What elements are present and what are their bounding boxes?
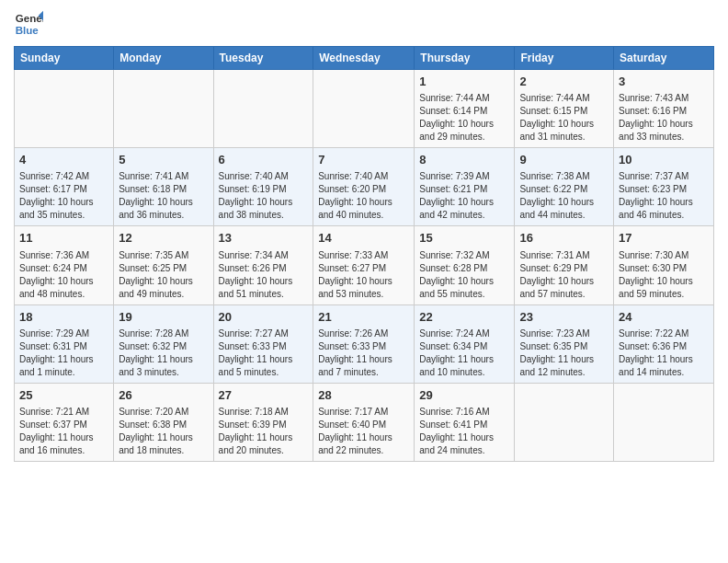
- day-info: Sunrise: 7:30 AM Sunset: 6:30 PM Dayligh…: [619, 249, 709, 301]
- day-number: 25: [19, 387, 108, 404]
- day-info: Sunrise: 7:32 AM Sunset: 6:28 PM Dayligh…: [419, 249, 509, 301]
- day-number: 20: [219, 309, 309, 326]
- day-number: 13: [219, 230, 309, 247]
- day-info: Sunrise: 7:43 AM Sunset: 6:16 PM Dayligh…: [619, 92, 709, 144]
- calendar-cell: 1Sunrise: 7:44 AM Sunset: 6:14 PM Daylig…: [415, 70, 515, 148]
- calendar-cell: 29Sunrise: 7:16 AM Sunset: 6:41 PM Dayli…: [415, 383, 515, 461]
- calendar-cell: 4Sunrise: 7:42 AM Sunset: 6:17 PM Daylig…: [15, 148, 114, 226]
- calendar-cell: 2Sunrise: 7:44 AM Sunset: 6:15 PM Daylig…: [515, 70, 614, 148]
- day-number: 22: [419, 309, 509, 326]
- calendar-week-row: 25Sunrise: 7:21 AM Sunset: 6:37 PM Dayli…: [15, 383, 714, 461]
- calendar-cell: 9Sunrise: 7:38 AM Sunset: 6:22 PM Daylig…: [515, 148, 614, 226]
- calendar-week-row: 18Sunrise: 7:29 AM Sunset: 6:31 PM Dayli…: [15, 304, 714, 383]
- calendar-cell: 7Sunrise: 7:40 AM Sunset: 6:20 PM Daylig…: [313, 148, 415, 226]
- day-number: 9: [519, 152, 609, 168]
- day-info: Sunrise: 7:39 AM Sunset: 6:21 PM Dayligh…: [419, 170, 509, 222]
- calendar-cell: 11Sunrise: 7:36 AM Sunset: 6:24 PM Dayli…: [15, 226, 114, 304]
- calendar-cell: [515, 383, 614, 461]
- day-of-week-header: Sunday: [15, 47, 114, 70]
- calendar-cell: [313, 70, 415, 148]
- day-info: Sunrise: 7:17 AM Sunset: 6:40 PM Dayligh…: [318, 406, 409, 457]
- day-number: 28: [318, 387, 409, 404]
- day-info: Sunrise: 7:31 AM Sunset: 6:29 PM Dayligh…: [519, 249, 609, 301]
- logo-icon: General Blue: [14, 9, 43, 39]
- calendar-cell: 3Sunrise: 7:43 AM Sunset: 6:16 PM Daylig…: [614, 70, 714, 148]
- day-of-week-header: Thursday: [415, 47, 515, 70]
- day-number: 26: [119, 387, 208, 404]
- calendar-cell: [614, 383, 714, 461]
- day-number: 10: [619, 152, 709, 168]
- calendar-cell: 10Sunrise: 7:37 AM Sunset: 6:23 PM Dayli…: [614, 148, 714, 226]
- day-number: 11: [19, 230, 108, 247]
- calendar-cell: 17Sunrise: 7:30 AM Sunset: 6:30 PM Dayli…: [614, 226, 714, 304]
- day-number: 17: [619, 230, 709, 247]
- calendar-table: SundayMondayTuesdayWednesdayThursdayFrid…: [14, 46, 714, 462]
- day-info: Sunrise: 7:40 AM Sunset: 6:20 PM Dayligh…: [318, 170, 409, 222]
- calendar-cell: 25Sunrise: 7:21 AM Sunset: 6:37 PM Dayli…: [15, 383, 114, 461]
- day-number: 29: [419, 387, 509, 404]
- calendar-cell: 5Sunrise: 7:41 AM Sunset: 6:18 PM Daylig…: [114, 148, 213, 226]
- day-info: Sunrise: 7:16 AM Sunset: 6:41 PM Dayligh…: [419, 406, 509, 457]
- day-info: Sunrise: 7:36 AM Sunset: 6:24 PM Dayligh…: [19, 249, 108, 301]
- calendar-cell: 27Sunrise: 7:18 AM Sunset: 6:39 PM Dayli…: [213, 383, 313, 461]
- day-info: Sunrise: 7:33 AM Sunset: 6:27 PM Dayligh…: [318, 249, 409, 301]
- calendar-cell: [15, 70, 114, 148]
- day-info: Sunrise: 7:26 AM Sunset: 6:33 PM Dayligh…: [318, 327, 409, 379]
- day-info: Sunrise: 7:21 AM Sunset: 6:37 PM Dayligh…: [19, 406, 108, 457]
- calendar-cell: 16Sunrise: 7:31 AM Sunset: 6:29 PM Dayli…: [515, 226, 614, 304]
- day-number: 14: [318, 230, 409, 247]
- day-info: Sunrise: 7:35 AM Sunset: 6:25 PM Dayligh…: [119, 249, 208, 301]
- day-info: Sunrise: 7:27 AM Sunset: 6:33 PM Dayligh…: [219, 327, 309, 379]
- day-info: Sunrise: 7:34 AM Sunset: 6:26 PM Dayligh…: [219, 249, 309, 301]
- logo: General Blue: [14, 9, 51, 39]
- calendar-cell: 21Sunrise: 7:26 AM Sunset: 6:33 PM Dayli…: [313, 304, 415, 383]
- day-info: Sunrise: 7:18 AM Sunset: 6:39 PM Dayligh…: [219, 406, 309, 457]
- day-info: Sunrise: 7:29 AM Sunset: 6:31 PM Dayligh…: [19, 327, 108, 379]
- day-info: Sunrise: 7:20 AM Sunset: 6:38 PM Dayligh…: [119, 406, 208, 457]
- calendar-week-row: 1Sunrise: 7:44 AM Sunset: 6:14 PM Daylig…: [15, 70, 714, 148]
- calendar-cell: 6Sunrise: 7:40 AM Sunset: 6:19 PM Daylig…: [213, 148, 313, 226]
- calendar-cell: 15Sunrise: 7:32 AM Sunset: 6:28 PM Dayli…: [415, 226, 515, 304]
- day-number: 4: [19, 152, 108, 168]
- day-info: Sunrise: 7:24 AM Sunset: 6:34 PM Dayligh…: [419, 327, 509, 379]
- day-info: Sunrise: 7:37 AM Sunset: 6:23 PM Dayligh…: [619, 170, 709, 222]
- day-info: Sunrise: 7:23 AM Sunset: 6:35 PM Dayligh…: [519, 327, 609, 379]
- day-info: Sunrise: 7:22 AM Sunset: 6:36 PM Dayligh…: [619, 327, 709, 379]
- calendar-cell: 8Sunrise: 7:39 AM Sunset: 6:21 PM Daylig…: [415, 148, 515, 226]
- calendar-cell: 23Sunrise: 7:23 AM Sunset: 6:35 PM Dayli…: [515, 304, 614, 383]
- day-number: 3: [619, 74, 709, 90]
- calendar-cell: 18Sunrise: 7:29 AM Sunset: 6:31 PM Dayli…: [15, 304, 114, 383]
- day-info: Sunrise: 7:41 AM Sunset: 6:18 PM Dayligh…: [119, 170, 208, 222]
- day-number: 24: [619, 309, 709, 326]
- calendar-cell: [213, 70, 313, 148]
- day-info: Sunrise: 7:44 AM Sunset: 6:15 PM Dayligh…: [519, 92, 609, 144]
- calendar-cell: 13Sunrise: 7:34 AM Sunset: 6:26 PM Dayli…: [213, 226, 313, 304]
- day-info: Sunrise: 7:40 AM Sunset: 6:19 PM Dayligh…: [219, 170, 309, 222]
- day-of-week-header: Monday: [114, 47, 213, 70]
- day-of-week-header: Tuesday: [213, 47, 313, 70]
- calendar-header: SundayMondayTuesdayWednesdayThursdayFrid…: [15, 47, 714, 70]
- day-number: 21: [318, 309, 409, 326]
- calendar-week-row: 4Sunrise: 7:42 AM Sunset: 6:17 PM Daylig…: [15, 148, 714, 226]
- day-number: 19: [119, 309, 208, 326]
- day-of-week-header: Saturday: [614, 47, 714, 70]
- calendar-cell: 19Sunrise: 7:28 AM Sunset: 6:32 PM Dayli…: [114, 304, 213, 383]
- day-number: 16: [519, 230, 609, 247]
- page-header: General Blue: [14, 9, 714, 39]
- day-of-week-header: Wednesday: [313, 47, 415, 70]
- calendar-cell: 26Sunrise: 7:20 AM Sunset: 6:38 PM Dayli…: [114, 383, 213, 461]
- calendar-week-row: 11Sunrise: 7:36 AM Sunset: 6:24 PM Dayli…: [15, 226, 714, 304]
- svg-text:General: General: [16, 13, 43, 24]
- day-number: 23: [519, 309, 609, 326]
- day-number: 1: [419, 74, 509, 90]
- day-number: 2: [519, 74, 609, 90]
- day-of-week-header: Friday: [515, 47, 614, 70]
- svg-text:Blue: Blue: [16, 25, 40, 36]
- day-info: Sunrise: 7:28 AM Sunset: 6:32 PM Dayligh…: [119, 327, 208, 379]
- calendar-cell: 12Sunrise: 7:35 AM Sunset: 6:25 PM Dayli…: [114, 226, 213, 304]
- day-number: 7: [318, 152, 409, 168]
- day-info: Sunrise: 7:44 AM Sunset: 6:14 PM Dayligh…: [419, 92, 509, 144]
- calendar-cell: [114, 70, 213, 148]
- day-number: 12: [119, 230, 208, 247]
- day-number: 27: [219, 387, 309, 404]
